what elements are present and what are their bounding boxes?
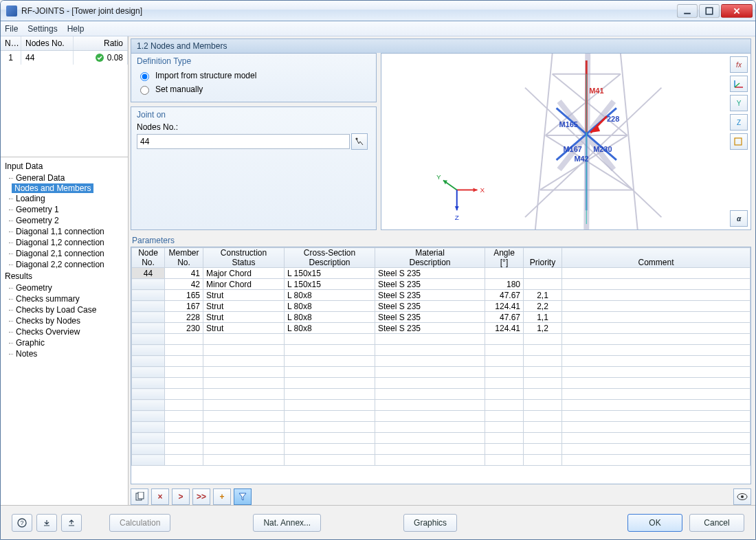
table-row-empty[interactable] [132,455,751,466]
help-button[interactable]: ? [12,514,32,532]
joint-row[interactable]: 1 44 0.08 [1,51,128,65]
pick-node-button[interactable] [351,133,368,150]
menu-settings[interactable]: Settings [27,24,57,34]
option-manual[interactable]: Set manually [137,82,370,96]
add-button[interactable]: + [213,488,231,505]
col-comment[interactable]: Comment [562,248,751,268]
visibility-button[interactable] [733,488,751,505]
tree-item[interactable]: General Data [1,172,128,183]
table-row[interactable]: 165StrutL 80x8Steel S 23547.672,1 [132,290,751,301]
col-no[interactable]: N… [1,36,21,50]
next-button[interactable]: > [172,488,190,505]
group-title: Joint on [137,110,370,120]
tree-item[interactable]: Checks summary [1,293,128,304]
view-z-button[interactable]: Z [730,114,748,131]
radio-manual[interactable] [140,86,149,95]
parameters-grid[interactable]: NodeNo. MemberNo. ConstructionStatus Cro… [131,247,751,484]
export-button[interactable] [61,514,82,532]
tree-item[interactable]: Diagonal 1,2 connection [1,237,128,248]
minimize-button[interactable] [677,4,698,18]
tree-item[interactable]: Diagonal 2,1 connection [1,248,128,259]
table-row-empty[interactable] [132,389,751,400]
table-row-empty[interactable] [132,367,751,378]
tree-item[interactable]: Checks by Load Case [1,304,128,315]
model-viewport[interactable]: M41 M165 228 M167 M230 M42 X [381,53,751,230]
menu-file[interactable]: File [5,24,18,34]
forward-button[interactable]: >> [192,488,210,505]
view-fx-button[interactable]: fx [730,56,748,73]
tree-item[interactable]: Graphic [1,337,128,348]
table-row-empty[interactable] [132,378,751,389]
table-row[interactable]: 228StrutL 80x8Steel S 23547.671,1 [132,312,751,323]
table-row[interactable]: 167StrutL 80x8Steel S 235124.412,2 [132,301,751,312]
tree-item[interactable]: Checks by Nodes [1,315,128,326]
table-row-empty[interactable] [132,345,751,356]
table-row-empty[interactable] [132,411,751,422]
option-import[interactable]: Import from structure model [137,69,370,82]
copy-button[interactable] [131,488,148,505]
nat-annex-button[interactable]: Nat. Annex... [253,514,321,532]
app-window: RF-JOINTS - [Tower joint design] File Se… [0,0,756,540]
maximize-button[interactable] [699,4,720,18]
import-button[interactable] [36,514,57,532]
calculation-button[interactable]: Calculation [109,514,170,532]
table-row[interactable]: 4441Major ChordL 150x15Steel S 235 [132,268,751,279]
joint-list: N… Nodes No. Ratio 1 44 0.08 [1,36,128,157]
view-y-button[interactable]: Y [730,95,748,111]
form-column: Definition Type Import from structure mo… [131,53,377,230]
definition-type-group: Definition Type Import from structure mo… [131,53,377,102]
table-row[interactable]: 230StrutL 80x8Steel S 235124.411,2 [132,323,751,334]
table-row-empty[interactable] [132,444,751,455]
filter-button[interactable] [234,488,252,505]
table-row[interactable]: 42Minor ChordL 150x15Steel S 235180 [132,279,751,290]
menu-help[interactable]: Help [67,24,85,34]
delete-button[interactable]: × [151,488,169,505]
cancel-button[interactable]: Cancel [689,514,744,532]
svg-rect-1 [706,8,713,14]
view-apply-button[interactable]: α [730,210,748,227]
col-member[interactable]: MemberNo. [165,248,203,268]
table-row-empty[interactable] [132,400,751,411]
table-row-empty[interactable] [132,334,751,345]
col-angle[interactable]: Angle[°] [485,248,524,268]
tree-item[interactable]: Diagonal 2,2 connection [1,259,128,270]
tree-item[interactable]: Geometry 2 [1,215,128,226]
svg-text:M230: M230 [593,145,612,153]
table-row-empty[interactable] [132,422,751,433]
grid-toolbar: × > >> + [131,484,751,505]
col-node[interactable]: NodeNo. [132,248,165,268]
nodes-input[interactable] [137,134,350,149]
col-nodes[interactable]: Nodes No. [21,36,74,50]
table-row-empty[interactable] [132,433,751,444]
close-button[interactable] [721,4,753,18]
right-top: Definition Type Import from structure mo… [131,53,751,230]
tree-item[interactable]: Geometry [1,282,128,293]
tree-group-results[interactable]: Results [1,270,128,282]
tree-item[interactable]: Checks Overview [1,326,128,337]
right-pane: 1.2 Nodes and Members Definition Type Im… [129,36,755,505]
window-buttons [677,4,753,18]
footer: ? Calculation Nat. Annex... Graphics OK … [1,505,755,539]
tree-item[interactable]: Loading [1,193,128,204]
col-material[interactable]: MaterialDescription [375,248,485,268]
col-priority[interactable]: Priority [524,248,562,268]
col-construction[interactable]: ConstructionStatus [203,248,285,268]
table-row-empty[interactable] [132,356,751,367]
tree-item-selected[interactable]: Nodes and Members [12,183,93,193]
svg-line-7 [621,54,638,229]
svg-text:Z: Z [455,214,459,221]
joint-list-header: N… Nodes No. Ratio [1,36,128,51]
radio-import[interactable] [140,72,149,81]
tree-item[interactable]: Diagonal 1,1 connection [1,226,128,237]
col-crosssection[interactable]: Cross-SectionDescription [285,248,375,268]
tree-group-input[interactable]: Input Data [1,160,128,172]
col-ratio[interactable]: Ratio [74,36,128,50]
view-xyz-button[interactable] [730,76,748,92]
ok-button[interactable]: OK [627,514,682,532]
view-3d-button[interactable] [730,133,748,150]
graphics-button[interactable]: Graphics [403,514,457,532]
tree-item[interactable]: Geometry 1 [1,204,128,215]
tree-item[interactable]: Notes [1,348,128,359]
svg-text:?: ? [21,519,24,526]
svg-line-6 [535,54,553,229]
